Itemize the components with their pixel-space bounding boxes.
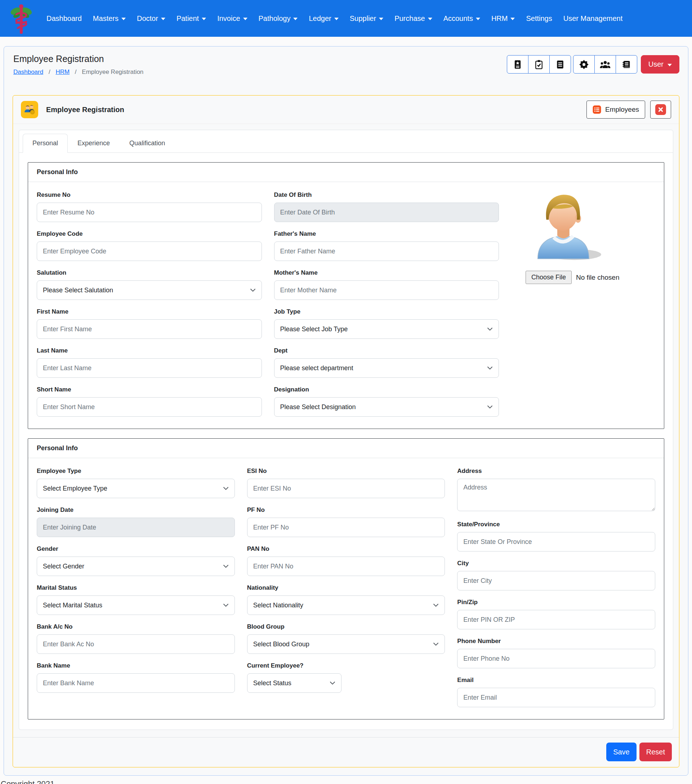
employee-type-select[interactable]: Select Employee Type (37, 479, 235, 498)
gender-select[interactable]: Select Gender (37, 557, 235, 576)
first-name-input[interactable] (37, 320, 262, 339)
nationality-select[interactable]: Select Nationality (247, 596, 445, 615)
nav-item-dashboard[interactable]: Dashboard (46, 15, 82, 23)
breadcrumb: Dashboard / HRM / Employee Registration (13, 69, 143, 76)
dept-select[interactable]: Please select department (274, 358, 499, 378)
current-employee-select[interactable]: Select Status (247, 673, 342, 693)
esi-no-input[interactable] (247, 479, 445, 498)
phone-input[interactable] (457, 649, 655, 668)
tasks-button[interactable] (528, 55, 550, 74)
breadcrumb-link-dashboard[interactable]: Dashboard (13, 69, 43, 75)
short-name-input[interactable] (37, 397, 262, 417)
nav-item-label: Invoice (217, 15, 240, 23)
notes-button[interactable] (549, 55, 571, 74)
field-dept: Dept Please select department (274, 347, 499, 378)
nav-item-label: Masters (93, 15, 118, 23)
pf-no-input[interactable] (247, 518, 445, 537)
nav-item-pathology[interactable]: Pathology (259, 15, 298, 23)
breadcrumb-link-hrm[interactable]: HRM (56, 69, 69, 75)
choose-file-button[interactable]: Choose File (526, 271, 572, 284)
fathers-name-input[interactable] (274, 242, 499, 261)
field-label: Designation (274, 386, 499, 393)
resume-no-input[interactable] (37, 203, 262, 222)
caduceus-logo-icon (9, 1, 33, 36)
tab-bar: Personal Experience Qualification (19, 130, 673, 153)
field-label: Employee Code (37, 231, 262, 237)
nav-item-label: Settings (526, 15, 552, 23)
tab-qualification[interactable]: Qualification (120, 134, 175, 153)
nav-item-label: Ledger (309, 15, 331, 23)
joining-date-input[interactable] (37, 518, 235, 537)
caret-down-icon (293, 18, 298, 20)
field-bank-ac-no: Bank A/c No (37, 623, 235, 654)
ledger-button[interactable] (616, 55, 637, 74)
employees-button[interactable]: Employees (587, 100, 645, 119)
caret-down-icon (202, 18, 206, 20)
field-label: Dept (274, 347, 499, 354)
users-icon (600, 59, 611, 70)
nav-item-label: Accounts (444, 15, 473, 23)
last-name-input[interactable] (37, 358, 262, 378)
field-label: City (457, 560, 655, 567)
clipboard-check-icon (534, 59, 544, 69)
nav-item-invoice[interactable]: Invoice (217, 15, 247, 23)
user-menu-button[interactable]: User (641, 55, 679, 74)
employees-group-icon (21, 101, 38, 118)
employee-code-input[interactable] (37, 242, 262, 261)
nav-item-hrm[interactable]: HRM (491, 15, 515, 23)
field-label: Bank A/c No (37, 623, 235, 631)
pan-no-input[interactable] (247, 557, 445, 576)
nav-item-accounts[interactable]: Accounts (444, 15, 480, 23)
nav-item-label: Supplier (350, 15, 376, 23)
nav-item-doctor[interactable]: Doctor (137, 15, 165, 23)
field-label: State/Province (457, 521, 655, 528)
close-icon (655, 104, 666, 115)
bank-ac-no-input[interactable] (37, 634, 235, 654)
address-textarea[interactable] (457, 479, 655, 511)
field-city: City (457, 560, 655, 590)
tab-experience[interactable]: Experience (68, 134, 120, 153)
close-button[interactable] (650, 100, 671, 119)
nav-item-label: Dashboard (46, 15, 82, 23)
nav-item-purchase[interactable]: Purchase (394, 15, 432, 23)
tab-personal[interactable]: Personal (23, 134, 68, 153)
settings-button[interactable] (573, 55, 595, 74)
email-input[interactable] (457, 688, 655, 707)
nav-item-settings[interactable]: Settings (526, 15, 552, 23)
nav-item-supplier[interactable]: Supplier (350, 15, 383, 23)
field-pin-zip: Pin/Zip (457, 599, 655, 629)
field-label: Email (457, 677, 655, 684)
city-input[interactable] (457, 571, 655, 590)
nav-item-patient[interactable]: Patient (176, 15, 206, 23)
field-joining-date: Joining Date (37, 506, 235, 537)
field-label: Current Employee? (247, 662, 445, 669)
bank-name-input[interactable] (37, 673, 235, 693)
nav-item-label: Pathology (259, 15, 291, 23)
copyright-text: Copyright 2021 (1, 779, 692, 784)
users-button[interactable] (594, 55, 616, 74)
personal-info-section-1: Personal Info Resume No Employee Code Sa… (28, 162, 664, 429)
marital-status-select[interactable]: Select Marital Status (37, 596, 235, 615)
tab-panel: Personal Experience Qualification Person… (19, 130, 673, 730)
ledger-icon (621, 59, 631, 69)
field-label: Marital Status (37, 584, 235, 591)
nav-item-user-management[interactable]: User Management (564, 15, 623, 23)
date-of-birth-input[interactable] (274, 203, 499, 222)
mothers-name-input[interactable] (274, 280, 499, 300)
save-button[interactable]: Save (606, 743, 636, 761)
job-type-select[interactable]: Please Select Job Type (274, 320, 499, 339)
resume-button[interactable] (507, 55, 528, 74)
field-short-name: Short Name (37, 386, 262, 417)
pin-zip-input[interactable] (457, 610, 655, 629)
designation-select[interactable]: Please Select Designation (274, 397, 499, 417)
blood-group-select[interactable]: Select Blood Group (247, 634, 445, 654)
salutation-select[interactable]: Please Select Salutation (37, 280, 262, 300)
field-state: State/Province (457, 521, 655, 552)
nav-item-masters[interactable]: Masters (93, 15, 126, 23)
field-salutation: Salutation Please Select Salutation (37, 269, 262, 300)
notes-icon (555, 59, 565, 69)
state-input[interactable] (457, 532, 655, 552)
reset-button[interactable]: Reset (639, 743, 672, 761)
nav-item-ledger[interactable]: Ledger (309, 15, 338, 23)
field-employee-type: Employee Type Select Employee Type (37, 468, 235, 498)
